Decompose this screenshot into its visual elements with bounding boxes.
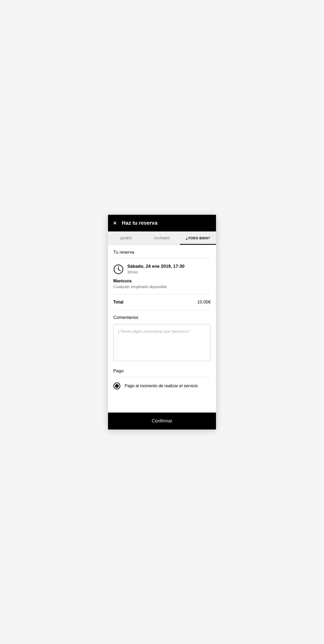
header-title: Haz tu reserva <box>122 220 158 226</box>
tabs-bar: QUIÉN CUÁNDO ¿TODO BIEN? <box>108 231 216 245</box>
comments-section: Comentarios <box>108 310 216 366</box>
total-row: Total 10.00€ <box>108 294 216 310</box>
payment-section: Pago Pago al momento de realizar el serv… <box>108 366 216 395</box>
comments-textarea[interactable] <box>113 325 211 361</box>
payment-option-row[interactable]: Pago al momento de realizar el servicio <box>108 377 216 395</box>
close-button[interactable]: × <box>113 220 117 226</box>
confirm-button[interactable]: Confirmar <box>113 417 211 425</box>
reservation-block: Sábado, 24 ene 2019, 17:30 30min Manicur… <box>108 258 216 294</box>
payment-heading: Pago <box>108 366 216 377</box>
service-sub: Cualquier empleado disponible <box>113 284 211 289</box>
total-amount: 10.00€ <box>197 300 211 305</box>
datetime-main: Sábado, 24 ene 2019, 17:30 <box>127 264 184 269</box>
svg-point-4 <box>115 384 119 388</box>
header: × Haz tu reserva <box>108 215 216 231</box>
tab-quien[interactable]: QUIÉN <box>108 231 144 245</box>
total-label: Total <box>113 300 123 305</box>
radio-selected-icon <box>113 382 121 390</box>
comments-textarea-wrapper <box>108 324 216 366</box>
reservation-section-title: Tu reserva <box>108 245 216 258</box>
clock-icon <box>113 264 124 275</box>
tab-cuando[interactable]: CUÁNDO <box>144 231 180 245</box>
payment-option-label: Pago al momento de realizar el servicio <box>125 384 198 388</box>
datetime-info: Sábado, 24 ene 2019, 17:30 30min <box>127 264 184 274</box>
datetime-row: Sábado, 24 ene 2019, 17:30 30min <box>113 264 211 275</box>
phone-screen: × Haz tu reserva QUIÉN CUÁNDO ¿TODO BIEN… <box>108 215 216 430</box>
bottom-bar: Confirmar <box>108 413 216 430</box>
service-name: Manicura <box>113 279 211 283</box>
comments-heading: Comentarios <box>108 310 216 323</box>
duration-label: 30min <box>127 270 184 274</box>
svg-line-2 <box>118 270 121 271</box>
tab-todo-bien[interactable]: ¿TODO BIEN? <box>180 231 216 245</box>
main-content: Tu reserva Sábado, 24 ene 2019, 17:30 30… <box>108 245 216 413</box>
